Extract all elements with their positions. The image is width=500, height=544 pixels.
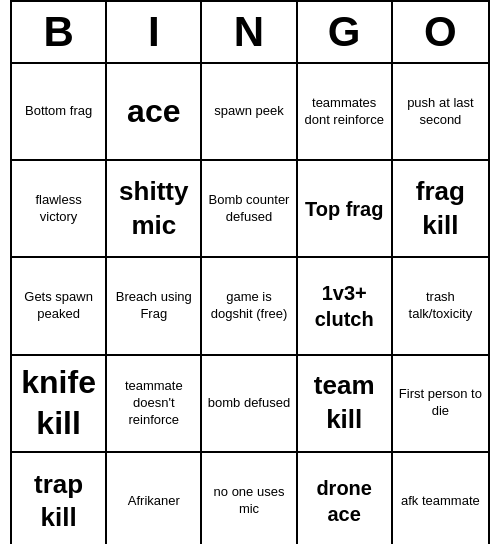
bingo-grid: Bottom fragacespawn peekteammates dont r… — [12, 64, 488, 544]
bingo-letter-b: B — [12, 2, 107, 62]
bingo-cell-13: 1v3+ clutch — [298, 258, 393, 355]
bingo-cell-9: frag kill — [393, 161, 488, 258]
bingo-letter-n: N — [202, 2, 297, 62]
bingo-cell-5: flawless victory — [12, 161, 107, 258]
bingo-cell-12: game is dogshit (free) — [202, 258, 297, 355]
bingo-cell-10: Gets spawn peaked — [12, 258, 107, 355]
bingo-letter-i: I — [107, 2, 202, 62]
bingo-letter-o: O — [393, 2, 488, 62]
bingo-cell-22: no one uses mic — [202, 453, 297, 544]
bingo-cell-4: push at last second — [393, 64, 488, 161]
bingo-cell-16: teammate doesn't reinforce — [107, 356, 202, 453]
bingo-cell-24: afk teammate — [393, 453, 488, 544]
bingo-cell-0: Bottom frag — [12, 64, 107, 161]
bingo-card: BINGO Bottom fragacespawn peekteammates … — [10, 0, 490, 544]
bingo-cell-2: spawn peek — [202, 64, 297, 161]
bingo-cell-11: Breach using Frag — [107, 258, 202, 355]
bingo-cell-1: ace — [107, 64, 202, 161]
bingo-cell-7: Bomb counter defused — [202, 161, 297, 258]
bingo-cell-3: teammates dont reinforce — [298, 64, 393, 161]
bingo-cell-23: drone ace — [298, 453, 393, 544]
bingo-cell-21: Afrikaner — [107, 453, 202, 544]
bingo-cell-18: team kill — [298, 356, 393, 453]
bingo-cell-14: trash talk/toxicity — [393, 258, 488, 355]
bingo-cell-8: Top frag — [298, 161, 393, 258]
bingo-letter-g: G — [298, 2, 393, 62]
bingo-cell-19: First person to die — [393, 356, 488, 453]
bingo-cell-20: trap kill — [12, 453, 107, 544]
bingo-cell-15: knife kill — [12, 356, 107, 453]
bingo-cell-17: bomb defused — [202, 356, 297, 453]
bingo-cell-6: shitty mic — [107, 161, 202, 258]
bingo-header: BINGO — [12, 2, 488, 64]
